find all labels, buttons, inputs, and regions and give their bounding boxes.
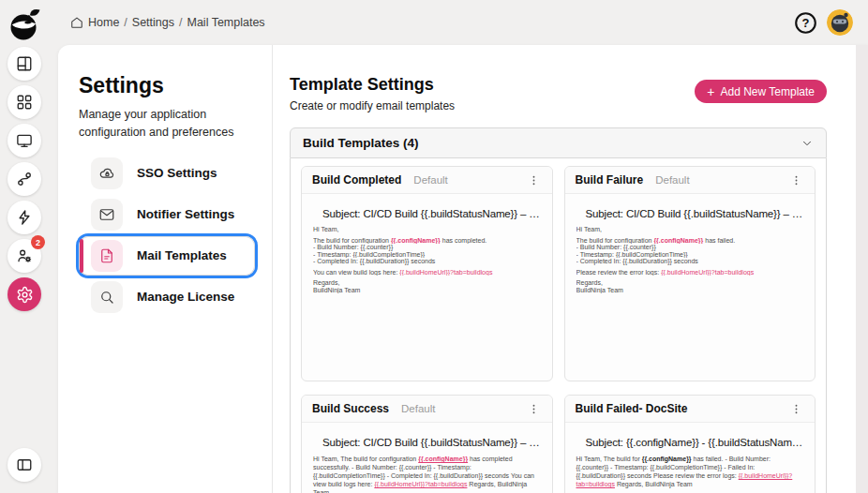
svg-text:?: ? [802,16,810,30]
template-body-text: Hi Team, [576,226,603,232]
settings-subtitle: Manage your application configuration an… [79,106,266,142]
settings-nav: SSO Settings Notifier Settings Mail Temp… [79,154,255,317]
template-body-line: Hi Team, The build for {{.configName}} h… [576,455,804,488]
template-card: Build CompletedDefaultSubject: CI/CD Bui… [301,166,553,381]
build-templates-accordion: Build Templates (4) Build CompletedDefau… [290,127,827,493]
template-settings-content: Template Settings Create or modify email… [273,45,868,493]
template-subject: Subject: CI/CD Build {{.buildStatusName}… [313,208,541,219]
topbar: Home / Settings / Mail Templates ? [49,0,868,45]
breadcrumb: Home / Settings / Mail Templates [70,16,265,29]
icon-rail: 2 [0,0,49,493]
template-body: Hi Team, The build for configuration {{.… [313,455,541,493]
search-icon [91,281,123,313]
user-settings-icon[interactable]: 2 [7,239,41,273]
nav-item-sso-settings[interactable]: SSO Settings [79,154,255,193]
breadcrumb-home[interactable]: Home [88,16,119,29]
vertical-scrollbar[interactable] [856,45,868,493]
template-body-text: The build for configuration [313,237,391,244]
template-card: Build SuccessDefaultSubject: CI/CD Build… [301,395,553,493]
page-title: Template Settings [290,75,455,95]
template-body-line: - Build Number: {{.counter}} [313,244,541,251]
accordion-header[interactable]: Build Templates (4) [290,127,827,158]
template-body-line: Hi Team, The build for configuration {{.… [313,455,541,493]
template-body-line: - Timestamp: {{.buildCompletionTime}} [313,251,541,259]
template-name: Build Success [312,402,389,415]
notification-count-badge: 2 [31,235,45,249]
accordion-title: Build Templates (4) [303,136,419,150]
template-body-line: The build for configuration {{.configNam… [313,237,541,245]
kebab-menu-icon[interactable] [788,401,804,417]
nav-item-notifier-settings[interactable]: Notifier Settings [79,195,255,234]
template-card: Build Failed- DocSiteSubject: {{.configN… [564,395,816,493]
template-body-line: Hi Team, [313,226,541,233]
template-body-text: Regards, BuildNinja Team [615,481,693,487]
template-body-text: BuildNinja Team [313,287,360,293]
template-card-header: Build FailureDefault [565,167,816,194]
template-card-header: Build CompletedDefault [302,167,552,194]
template-body-line: - Timestamp: {{.buildCompletionTime}} [576,251,804,259]
template-body-text: You can view build logs here: [313,269,399,276]
template-body-text: Regards, [313,279,339,286]
chevron-down-icon [801,137,814,150]
kebab-menu-icon[interactable] [526,172,542,188]
cloud-lock-icon [91,157,123,189]
template-variable-link[interactable]: {{.configName}} [391,237,441,244]
nav-label: Notifier Settings [137,207,234,221]
breadcrumb-settings[interactable]: Settings [132,16,174,29]
add-new-template-button[interactable]: + Add New Template [695,80,827,103]
help-icon[interactable]: ? [793,10,818,36]
template-body-line: - Build Number: {{.counter}} [576,244,804,251]
template-body-line: Please review the error logs: {{.buildHo… [576,269,804,276]
template-body-text: - Timestamp: {{.buildCompletionTime}} [313,251,425,258]
git-branch-icon[interactable] [7,162,41,196]
nav-label: Mail Templates [137,248,227,262]
breadcrumb-separator: / [124,16,127,29]
monitor-icon[interactable] [7,124,41,157]
template-body-line: Regards, [313,279,541,287]
nav-item-manage-license[interactable]: Manage License [79,277,255,317]
template-body-text: - Build Number: {{.counter}} [313,244,393,250]
template-body-text: Please review the error logs: [576,269,662,276]
template-variable-link[interactable]: {{.configName}} [653,237,703,244]
template-body-text: Hi Team, The build for configuration [313,456,418,462]
template-variable-link[interactable]: {{.buildHomeUrl}}?tab=buildlogs [661,269,754,276]
template-card-header: Build Failed- DocSite [565,396,816,423]
nav-item-mail-templates[interactable]: Mail Templates [79,236,255,276]
template-body-line: You can view build logs here: {{.buildHo… [313,269,541,276]
apps-grid-icon[interactable] [7,85,41,119]
kebab-menu-icon[interactable] [788,172,804,188]
lightning-zap-icon[interactable] [7,201,41,234]
template-body: Hi Team,The build for configuration {{.c… [313,226,541,293]
dashboard-layout-icon[interactable] [7,47,41,81]
template-body-text: has completed. [441,237,486,244]
template-name: Build Completed [312,173,401,187]
buildninja-logo-icon[interactable] [6,6,43,43]
template-body-line: Hi Team, [576,226,804,233]
collapse-panel-icon[interactable] [7,448,41,482]
settings-sidebar: Settings Manage your application configu… [58,45,273,493]
template-body-line: - Completed In: {{.buildDuration}} secon… [576,258,804,265]
template-card: Build FailureDefaultSubject: CI/CD Build… [564,166,816,381]
add-new-template-label: Add New Template [721,85,816,98]
settings-gear-icon[interactable] [7,277,41,311]
template-variable-link[interactable]: {{.buildHomeUrl}}?tab=buildlogs [374,481,467,487]
template-default-badge: Default [401,403,435,414]
template-variable-link[interactable]: {{.buildHomeUrl}}?tab=buildlogs [399,269,492,276]
template-body-line: BuildNinja Team [576,287,804,294]
user-avatar[interactable] [827,9,853,36]
template-card-header: Build SuccessDefault [302,396,552,423]
template-body-text: has failed. [703,237,735,244]
nav-label: SSO Settings [137,166,217,180]
template-body-text: The build for configuration [576,237,654,244]
template-subject: Subject: {{.configName}} - {{.buildStatu… [576,437,804,448]
template-variable-link[interactable]: {{.configName}} [418,456,468,462]
template-cards-grid: Build CompletedDefaultSubject: CI/CD Bui… [290,158,827,493]
template-default-badge: Default [413,174,447,186]
settings-title: Settings [79,73,255,98]
main-panel: Settings Manage your application configu… [58,45,868,493]
kebab-menu-icon[interactable] [526,401,542,417]
template-name: Build Failed- DocSite [576,402,688,415]
template-body-text: Hi Team, [313,226,339,232]
template-subject: Subject: CI/CD Build {{.buildStatusName}… [576,208,804,219]
nav-label: Manage License [137,290,234,304]
